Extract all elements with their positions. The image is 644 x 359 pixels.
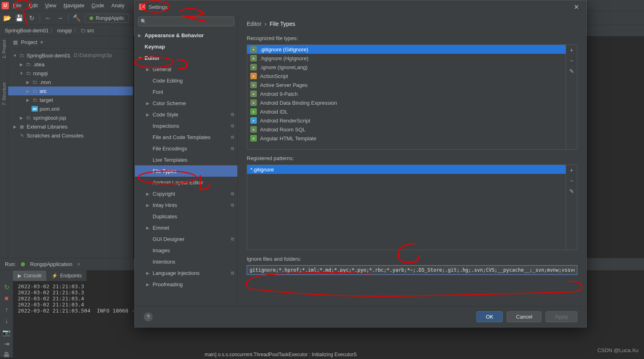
settings-category[interactable]: File and Code Templates⧉ [135, 131, 237, 143]
save-icon[interactable]: 💾 [15, 14, 23, 22]
settings-category[interactable]: Duplicates [135, 211, 237, 222]
tree-row[interactable]: ✎Scratches and Consoles [8, 131, 133, 140]
menu-file[interactable]: File [10, 1, 25, 10]
edit-icon[interactable]: ✎ [568, 68, 575, 75]
separator [40, 14, 40, 22]
file-type-row[interactable]: ▪Android 9-Patch [247, 89, 566, 98]
add-icon[interactable]: + [568, 46, 575, 54]
settings-category[interactable]: ▶Emmet [135, 222, 237, 233]
camera-icon[interactable]: 📷 [3, 329, 10, 336]
ignore-files-input[interactable] [247, 265, 577, 275]
category-label: Appearance & Behavior [145, 32, 204, 38]
close-icon[interactable]: × [77, 261, 80, 267]
breadcrumb-item[interactable]: SpringBoot-dem01 [5, 27, 48, 34]
edit-icon[interactable]: ✎ [568, 188, 575, 195]
settings-crumb-current: File Types [270, 21, 296, 27]
file-type-row[interactable]: ▪Active Server Pages [247, 80, 566, 89]
menu-code[interactable]: Code [88, 1, 107, 10]
settings-category[interactable]: ▶Code Style⧉ [135, 109, 237, 120]
add-icon[interactable]: + [568, 167, 575, 174]
run-gutter: ↻ ■ ↑ ↓ 📷 ⇥ 🖶 [0, 281, 13, 357]
settings-category[interactable]: Keymap [135, 41, 237, 52]
open-icon[interactable]: 📂 [3, 14, 11, 22]
ok-button[interactable]: OK [476, 311, 503, 322]
settings-category[interactable]: ▶Appearance & Behavior [135, 30, 237, 41]
pattern-row[interactable]: *.gitignore [247, 165, 566, 174]
file-type-row[interactable]: ▪ActionScript [247, 72, 566, 80]
file-type-row[interactable]: ▪.gitignore (GitIgnore) [247, 45, 566, 54]
tree-row[interactable]: ▶🗀src [8, 87, 133, 95]
category-label: Editor [145, 55, 160, 61]
settings-title: Settings [149, 4, 168, 10]
settings-category[interactable]: Images [135, 245, 237, 256]
run-config-selector[interactable]: ⬢ RongqiApplic [85, 14, 129, 23]
settings-category[interactable]: File Types [135, 165, 237, 177]
file-type-row[interactable]: ▪.ignore (IgnoreLang) [247, 63, 566, 72]
breadcrumb-item[interactable]: src [87, 27, 94, 34]
file-type-label: Android 9-Patch [260, 91, 298, 97]
settings-category[interactable]: Font [135, 86, 237, 97]
settings-category[interactable]: ▶Inlay Hints⧉ [135, 199, 237, 211]
apply-button[interactable]: Apply [545, 311, 577, 322]
folder-icon: 🗀 [31, 79, 38, 85]
menu-edit[interactable]: Edit [25, 1, 41, 10]
cancel-button[interactable]: Cancel [507, 311, 541, 322]
settings-category-tree[interactable]: ▶Appearance & BehaviorKeymap▼Editor▶Gene… [135, 30, 237, 306]
remove-icon[interactable]: − [568, 57, 575, 64]
up-icon[interactable]: ↑ [3, 306, 10, 313]
tab-console[interactable]: ▶ Console [13, 270, 47, 281]
settings-category[interactable]: Code Editing [135, 75, 237, 86]
file-type-row[interactable]: ▪Android RenderScript [247, 116, 566, 125]
menu-view[interactable]: View [42, 1, 59, 10]
pattern-list[interactable]: *.gitignore [247, 165, 566, 250]
settings-category[interactable]: ▶General [135, 63, 237, 75]
tree-row[interactable]: ▼🗀rongqi [8, 69, 133, 78]
file-type-row[interactable]: ▪Android Data Binding Expression [247, 98, 566, 107]
settings-category[interactable]: ▼Editor [135, 52, 237, 63]
settings-category[interactable]: ▶Proofreading [135, 279, 237, 290]
tree-row[interactable]: ▶🗀.mvn [8, 78, 133, 87]
settings-search-input[interactable] [138, 17, 234, 26]
menu-navigate[interactable]: Navigate [60, 1, 87, 10]
export-icon[interactable]: ⇥ [3, 340, 10, 347]
file-type-row[interactable]: ▪Angular HTML Template [247, 134, 566, 143]
settings-category[interactable]: File Encodings⧉ [135, 143, 237, 154]
settings-category[interactable]: Live Templates [135, 154, 237, 165]
project-icon: ▦ [13, 39, 18, 45]
sidebar-tab-structure[interactable]: 7: Structure [2, 82, 6, 106]
file-type-list[interactable]: ▪.gitignore (GitIgnore)▪.hgignore (HgIgn… [247, 45, 566, 149]
build-icon[interactable]: 🔨 [73, 14, 81, 22]
tree-row[interactable]: ▶▦External Libraries [8, 122, 133, 131]
tree-row[interactable]: ▶🗀target [8, 95, 133, 104]
sync-icon[interactable]: ↻ [27, 14, 36, 22]
file-type-row[interactable]: ▪Android Room SQL [247, 125, 566, 134]
category-label: Color Scheme [153, 100, 186, 106]
menu-analyze[interactable]: Analy [108, 1, 128, 10]
settings-category[interactable]: Android Layout Editor [135, 177, 237, 188]
tree-row[interactable]: mpom.xml [8, 104, 133, 113]
file-type-row[interactable]: ▪.hgignore (HgIgnore) [247, 54, 566, 63]
dropdown-icon[interactable]: ▾ [40, 39, 43, 45]
breadcrumb-item[interactable]: rongqi [57, 27, 71, 34]
settings-category[interactable]: Intentions [135, 256, 237, 267]
help-button[interactable]: ? [144, 313, 153, 321]
file-type-row[interactable]: ▪Android IDL [247, 107, 566, 116]
tree-row[interactable]: ▼🗀SpringBoot-dem01D:\Data\spring\Sp [8, 51, 133, 60]
settings-category[interactable]: ▶Color Scheme [135, 97, 237, 109]
forward-icon[interactable]: → [56, 14, 64, 22]
print-icon[interactable]: 🖶 [3, 351, 10, 359]
sidebar-tab-project[interactable]: 1: Project [2, 40, 6, 58]
tab-endpoints[interactable]: ⚡ Endpoints [47, 270, 87, 281]
close-button[interactable]: ✕ [571, 2, 582, 13]
settings-category[interactable]: ▶Language Injections⧉ [135, 267, 237, 279]
down-icon[interactable]: ↓ [3, 317, 10, 325]
tree-row[interactable]: ▶🗀springboot-jsp [8, 113, 133, 122]
settings-category[interactable]: ▶Copyright⧉ [135, 188, 237, 199]
rerun-icon[interactable]: ↻ [3, 283, 10, 291]
settings-category[interactable]: GUI Designer⧉ [135, 233, 237, 245]
tree-row[interactable]: ▶🗀.idea [8, 60, 133, 69]
stop-icon[interactable]: ■ [3, 295, 10, 302]
settings-category[interactable]: Inspections⧉ [135, 120, 237, 131]
back-icon[interactable]: ← [44, 14, 52, 22]
remove-icon[interactable]: − [568, 177, 575, 184]
